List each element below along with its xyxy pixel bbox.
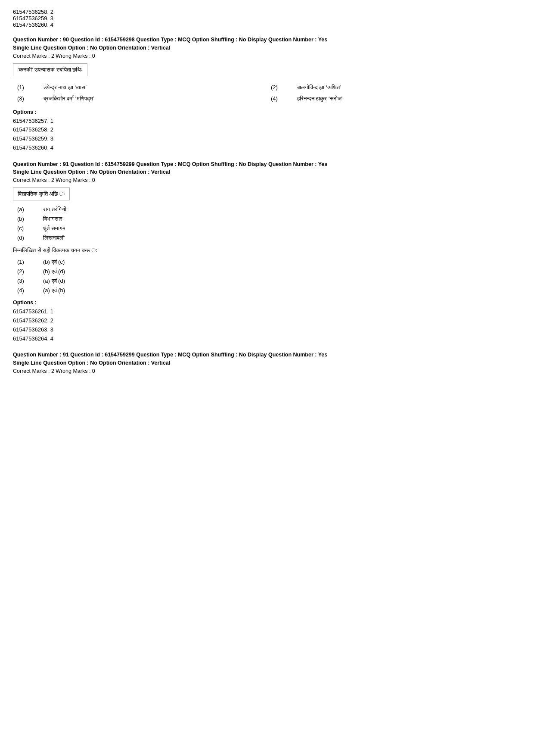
q91f-opt-1: (1) (b) एवं (c)	[17, 257, 521, 267]
q90-options-label: Options :	[13, 109, 521, 115]
q91s-header: Question Number : 91 Question Id : 61547…	[13, 351, 521, 367]
q91f-sub-opt-c-label: (c)	[17, 225, 43, 231]
q90-opt4-num: (4)	[267, 94, 293, 104]
q91f-ans-opt2: 61547536262. 2	[13, 316, 521, 325]
q91f-ans-opt3: 61547536263. 3	[13, 325, 521, 334]
q91f-sub-opt-d-text: लिखनावली	[43, 234, 65, 241]
q91f-opt-2: (2) (b) एवं (d)	[17, 267, 521, 276]
q90-opt1-num: (1)	[14, 82, 39, 93]
q91f-sub-opt-b: (b) विभागसार	[17, 214, 521, 224]
q91f-opt-4: (4) (a) एवं (b)	[17, 286, 521, 295]
q91f-sub-opt-a: (a) राग तरंगिणी	[17, 205, 521, 214]
q90-header: Question Number : 90 Question Id : 61547…	[13, 36, 521, 52]
q90-question-text: ‘कनकी’ उपन्यासक रचयिता छथिः	[13, 63, 87, 76]
q91f-sub-opt-b-label: (b)	[17, 216, 43, 222]
q91f-question-text: विद्यापतिक कृति अछि ः	[13, 187, 70, 200]
q91f-opt1-num: (1)	[17, 259, 43, 265]
q91f-ans-opt4: 61547536264. 4	[13, 334, 521, 344]
q91f-opt3-text: (a) एवं (d)	[43, 278, 65, 284]
question-91-first: Question Number : 91 Question Id : 61547…	[13, 160, 521, 344]
top-option-3: 61547536260. 4	[13, 22, 521, 28]
q91f-sub-opt-d-label: (d)	[17, 234, 43, 241]
q91f-options-label: Options :	[13, 300, 521, 306]
q90-options-table: (1) उपेन्द्र नाथ झा ‘व्यास’ (2) बालगोविन…	[13, 81, 521, 105]
q90-header-line1: Question Number : 90 Question Id : 61547…	[13, 36, 521, 44]
q90-opt2-text: बालगोविन्द झा ‘व्यथित’	[294, 82, 521, 93]
top-option-1: 61547536258. 2	[13, 9, 521, 15]
q91f-opt2-text: (b) एवं (d)	[43, 268, 65, 275]
q91f-opt1-text: (b) एवं (c)	[43, 259, 65, 266]
q91f-opt3-num: (3)	[17, 278, 43, 284]
q90-opt1-text: उपेन्द्र नाथ झा ‘व्यास’	[40, 82, 267, 93]
q91f-main-options: (1) (b) एवं (c) (2) (b) एवं (d) (3) (a) …	[17, 257, 521, 295]
q91f-header-line1: Question Number : 91 Question Id : 61547…	[13, 160, 521, 169]
q90-opt3-text: ब्रजकिशोर वर्मा ‘मणिपद्म’	[40, 94, 267, 104]
top-options: 61547536258. 2 61547536259. 3 6154753626…	[13, 9, 521, 28]
question-90: Question Number : 90 Question Id : 61547…	[13, 36, 521, 153]
top-option-2: 61547536259. 3	[13, 15, 521, 22]
q91f-sub-opt-a-text: राग तरंगिणी	[43, 206, 66, 213]
q91f-sub-opt-a-label: (a)	[17, 206, 43, 212]
q90-ans-opt2: 61547536258. 2	[13, 125, 521, 134]
q91f-sub-opt-b-text: विभागसार	[43, 216, 62, 222]
q90-header-line2: Single Line Question Option : No Option …	[13, 44, 521, 52]
q90-ans-opt4: 61547536260. 4	[13, 144, 521, 153]
q91f-opt-3: (3) (a) एवं (d)	[17, 276, 521, 286]
q90-ans-opt3: 61547536259. 3	[13, 134, 521, 144]
q90-opt2-num: (2)	[267, 82, 293, 93]
q90-answer-options: 61547536257. 1 61547536258. 2 6154753625…	[13, 117, 521, 153]
q90-opt4-text: हरिनन्दन ठाकुर ‘सरोज’	[294, 94, 521, 104]
q91f-sub-options: (a) राग तरंगिणी (b) विभागसार (c) धूर्त स…	[17, 205, 521, 243]
q91s-header-line1: Question Number : 91 Question Id : 61547…	[13, 351, 521, 359]
q91f-opt4-text: (a) एवं (b)	[43, 287, 65, 294]
q91f-header-line2: Single Line Question Option : No Option …	[13, 168, 521, 176]
q91f-sub-opt-c: (c) धूर्त समागम	[17, 224, 521, 233]
q91f-sub-question: निम्नलिखित सें सही विकल्पक चयन करू ः	[13, 247, 521, 254]
q90-opt3-num: (3)	[14, 94, 39, 104]
q90-option-row-1: (1) उपेन्द्र नाथ झा ‘व्यास’ (2) बालगोविन…	[14, 82, 520, 93]
q90-ans-opt1: 61547536257. 1	[13, 117, 521, 126]
q91f-opt4-num: (4)	[17, 287, 43, 294]
q91s-header-line2: Single Line Question Option : No Option …	[13, 359, 521, 367]
q91f-sub-opt-d: (d) लिखनावली	[17, 233, 521, 243]
q90-marks: Correct Marks : 2 Wrong Marks : 0	[13, 53, 521, 59]
q91f-sub-opt-c-text: धूर्त समागम	[43, 225, 65, 232]
q91s-marks: Correct Marks : 2 Wrong Marks : 0	[13, 368, 521, 374]
q91f-marks: Correct Marks : 2 Wrong Marks : 0	[13, 177, 521, 183]
question-91-second: Question Number : 91 Question Id : 61547…	[13, 351, 521, 374]
q91f-header: Question Number : 91 Question Id : 61547…	[13, 160, 521, 177]
q90-option-row-2: (3) ब्रजकिशोर वर्मा ‘मणिपद्म’ (4) हरिनन्…	[14, 94, 520, 104]
q91f-ans-opt1: 61547536261. 1	[13, 307, 521, 316]
q91f-opt2-num: (2)	[17, 268, 43, 275]
q91f-answer-options: 61547536261. 1 61547536262. 2 6154753626…	[13, 307, 521, 343]
